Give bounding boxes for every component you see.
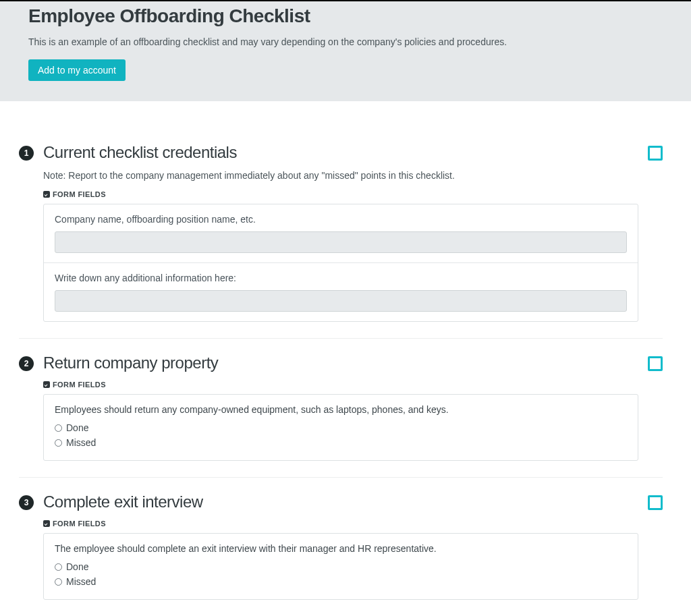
- radio-missed[interactable]: [55, 439, 62, 447]
- field-description: The employee should complete an exit int…: [55, 543, 627, 554]
- field-description: Employees should return any company-owne…: [55, 404, 627, 415]
- page-title: Employee Offboarding Checklist: [28, 5, 691, 27]
- form-fields-label: FORM FIELDS: [43, 520, 638, 528]
- form-field-section: Write down any additional information he…: [44, 262, 638, 321]
- radio-label: Missed: [66, 576, 96, 587]
- text-input[interactable]: [55, 290, 627, 312]
- step-title: Current checklist credentials: [43, 143, 638, 162]
- step-number-badge: 1: [19, 146, 34, 161]
- form-field-section: Employees should return any company-owne…: [44, 395, 638, 460]
- step-complete-checkbox[interactable]: [648, 356, 663, 371]
- radio-option: Done: [55, 559, 627, 574]
- checklist-content: 1 Current checklist credentials Note: Re…: [0, 101, 691, 616]
- form-fields-icon: [43, 520, 50, 527]
- text-input[interactable]: [55, 231, 627, 253]
- checklist-step: 3 Complete exit interview FORM FIELDS Th…: [19, 493, 663, 616]
- radio-done[interactable]: [55, 563, 62, 571]
- page-header: Employee Offboarding Checklist This is a…: [0, 1, 691, 101]
- form-fields-label: FORM FIELDS: [43, 190, 638, 198]
- step-complete-checkbox[interactable]: [648, 146, 663, 161]
- page-description: This is an example of an offboarding che…: [28, 36, 691, 47]
- step-title: Return company property: [43, 354, 638, 372]
- form-fields-icon: [43, 191, 50, 198]
- field-label: Write down any additional information he…: [55, 273, 627, 283]
- radio-option: Missed: [55, 435, 627, 450]
- step-title: Complete exit interview: [43, 493, 638, 511]
- radio-label: Missed: [66, 437, 96, 448]
- form-fields-label: FORM FIELDS: [43, 381, 638, 389]
- radio-missed[interactable]: [55, 578, 62, 586]
- form-fields-panel: The employee should complete an exit int…: [43, 533, 638, 600]
- step-complete-checkbox[interactable]: [648, 495, 663, 510]
- radio-label: Done: [66, 561, 88, 572]
- form-fields-icon: [43, 381, 50, 388]
- form-field-section: Company name, offboarding position name,…: [44, 204, 638, 262]
- form-fields-panel: Company name, offboarding position name,…: [43, 204, 638, 322]
- radio-done[interactable]: [55, 424, 62, 432]
- step-number-badge: 2: [19, 356, 34, 371]
- step-number-badge: 3: [19, 495, 34, 510]
- step-note: Note: Report to the company management i…: [43, 170, 638, 181]
- radio-option: Done: [55, 420, 627, 435]
- radio-label: Done: [66, 422, 88, 433]
- field-label: Company name, offboarding position name,…: [55, 214, 627, 225]
- checklist-step: 1 Current checklist credentials Note: Re…: [19, 143, 663, 339]
- checklist-step: 2 Return company property FORM FIELDS Em…: [19, 354, 663, 478]
- form-field-section: The employee should complete an exit int…: [44, 534, 638, 599]
- radio-option: Missed: [55, 574, 627, 589]
- add-to-account-button[interactable]: Add to my account: [28, 59, 126, 81]
- form-fields-panel: Employees should return any company-owne…: [43, 394, 638, 461]
